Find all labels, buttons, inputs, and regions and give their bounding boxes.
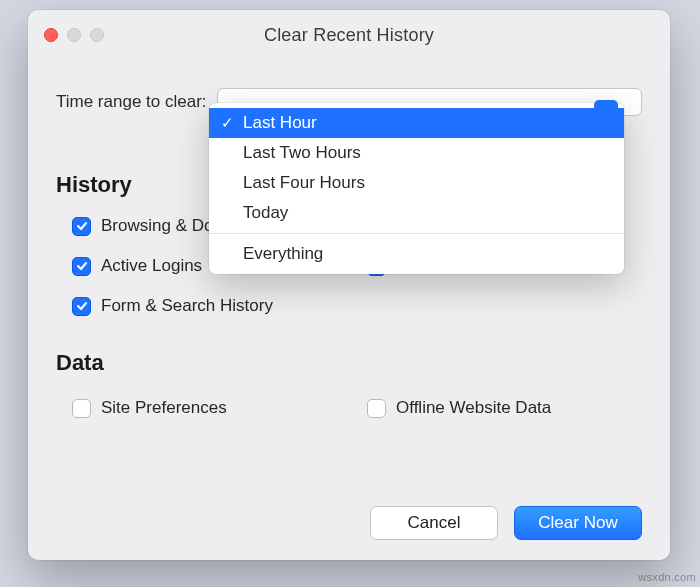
dropdown-option-last-four-hours[interactable]: Last Four Hours [209,168,624,198]
maximize-icon[interactable] [90,28,104,42]
checkmark-icon [72,257,91,276]
dropdown-option-label: Last Four Hours [243,173,365,193]
dropdown-option-today[interactable]: Today [209,198,624,228]
button-label: Cancel [408,513,461,533]
checkbox-empty-icon [367,399,386,418]
dialog-window: Clear Recent History Time range to clear… [28,10,670,560]
watermark: wsxdn.com [638,571,696,583]
section-heading-data: Data [56,350,642,376]
titlebar: Clear Recent History [28,10,670,62]
dropdown-option-last-hour[interactable]: ✓ Last Hour [209,108,624,138]
button-label: Clear Now [538,513,617,533]
dropdown-option-label: Today [243,203,288,223]
dialog-buttons: Cancel Clear Now [370,506,642,540]
dropdown-option-label: Last Hour [243,113,317,133]
time-range-dropdown[interactable]: ✓ Last Hour Last Two Hours Last Four Hou… [209,103,624,274]
dropdown-option-last-two-hours[interactable]: Last Two Hours [209,138,624,168]
dropdown-option-label: Last Two Hours [243,143,361,163]
close-icon[interactable] [44,28,58,42]
cancel-button[interactable]: Cancel [370,506,498,540]
checkbox-site-preferences[interactable]: Site Preferences [72,398,347,418]
checkbox-empty-icon [72,399,91,418]
checkbox-offline-website-data[interactable]: Offline Website Data [367,398,642,418]
checkmark-icon [72,297,91,316]
checkbox-label: Offline Website Data [396,398,551,418]
time-range-label: Time range to clear: [56,92,207,112]
checkbox-label: Form & Search History [101,296,273,316]
checkmark-icon: ✓ [221,114,234,132]
window-title: Clear Recent History [264,25,434,46]
checkmark-icon [72,217,91,236]
checkbox-label: Active Logins [101,256,202,276]
checkbox-form-search-history[interactable]: Form & Search History [72,296,347,316]
checkbox-label: Site Preferences [101,398,227,418]
window-controls [44,28,104,42]
data-checkboxes: Site Preferences Offline Website Data [56,398,642,418]
clear-now-button[interactable]: Clear Now [514,506,642,540]
dropdown-separator [209,233,624,234]
minimize-icon[interactable] [67,28,81,42]
dropdown-option-everything[interactable]: Everything [209,239,624,269]
dropdown-option-label: Everything [243,244,323,264]
